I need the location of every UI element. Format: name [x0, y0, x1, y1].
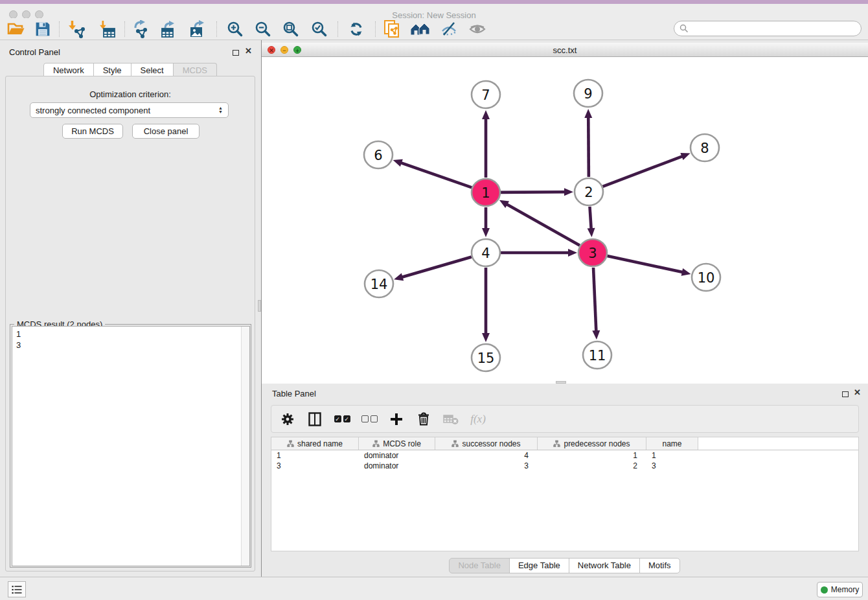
column-header-successor-nodes[interactable]: successor nodes — [435, 437, 538, 450]
show-graphics-details-icon[interactable] — [466, 20, 488, 38]
task-history-button[interactable] — [8, 581, 26, 597]
tab-network-table[interactable]: Network Table — [569, 558, 640, 573]
export-network-icon[interactable] — [131, 20, 153, 38]
graph-node-label: 14 — [371, 277, 388, 292]
graph-node-label: 2 — [584, 185, 593, 200]
hide-graphics-details-icon[interactable] — [438, 20, 460, 38]
network-window: ✕ − ＋ scc.txt 7968124314101511 — [262, 40, 868, 384]
close-panel-button[interactable]: Close panel — [132, 124, 200, 139]
graph-edge-arrow — [393, 159, 403, 167]
export-image-icon[interactable] — [187, 20, 209, 38]
tab-motifs[interactable]: Motifs — [639, 558, 680, 573]
graph-node-label: 1 — [481, 185, 490, 201]
graph-edge-arrow — [592, 330, 600, 340]
result-line: 3 — [16, 340, 246, 351]
graph-edge-1-6[interactable] — [400, 163, 472, 188]
network-canvas[interactable]: 7968124314101511 — [262, 57, 868, 384]
cell-MCDS-role: dominator — [359, 461, 435, 471]
criterion-value: strongly connected component — [36, 106, 150, 115]
export-table-icon[interactable] — [159, 20, 181, 38]
close-panel-icon[interactable]: ✕ — [245, 48, 252, 54]
select-all-icon[interactable]: ✓✓ — [334, 411, 350, 428]
graph-node-label: 15 — [477, 351, 495, 366]
delete-table-icon[interactable] — [442, 411, 459, 428]
graph-edge-arrow — [681, 268, 691, 276]
toolbar-separator — [337, 21, 338, 37]
cell-successor-nodes: 4 — [435, 450, 538, 461]
cell-predecessor-nodes: 1 — [538, 450, 646, 461]
mcds-result-textarea[interactable]: 13 — [12, 326, 250, 566]
tab-node-table[interactable]: Node Table — [449, 558, 510, 573]
cell-name: 1 — [646, 450, 698, 461]
run-mcds-button[interactable]: Run MCDS — [62, 124, 123, 139]
cell-successor-nodes: 3 — [435, 461, 538, 471]
zoom-selected-icon[interactable] — [308, 20, 330, 38]
result-scrollbar[interactable] — [241, 327, 249, 566]
status-bar: Memory — [0, 577, 868, 600]
cell-predecessor-nodes: 2 — [538, 461, 646, 471]
close-table-panel-icon[interactable]: ✕ — [854, 389, 861, 396]
zoom-in-icon[interactable] — [224, 20, 246, 38]
graph-edge-4-14[interactable] — [402, 257, 472, 277]
table-row[interactable]: 1dominator411 — [271, 450, 858, 461]
table-toolbar: ✓✓ f(x) — [271, 405, 859, 433]
graph-edge-2-3[interactable] — [589, 207, 591, 229]
cell-shared-name: 3 — [271, 461, 359, 471]
criterion-dropdown[interactable]: strongly connected component ▲▼ — [30, 102, 229, 118]
open-session-icon[interactable] — [5, 20, 27, 38]
memory-button[interactable]: Memory — [817, 582, 863, 597]
toolbar-separator — [124, 21, 125, 37]
format-columns-icon[interactable] — [306, 411, 323, 428]
function-builder-icon[interactable]: f(x) — [470, 411, 486, 428]
vertical-splitter-grip[interactable] — [258, 300, 261, 312]
new-network-from-selection-icon[interactable] — [382, 20, 404, 38]
zoom-out-icon[interactable] — [252, 20, 274, 38]
float-table-panel-icon[interactable] — [842, 389, 849, 399]
graph-edge-arrow — [482, 228, 490, 237]
column-header-MCDS-role[interactable]: MCDS role — [359, 437, 435, 450]
column-header-name[interactable]: name — [646, 437, 698, 450]
toolbar-separator — [59, 21, 60, 37]
graph-node-label: 3 — [588, 246, 597, 261]
memory-label: Memory — [831, 585, 859, 594]
zoom-fit-icon[interactable] — [280, 20, 302, 38]
table-rows: 1dominator4113dominator323 — [271, 450, 858, 471]
graph-edge-arrow — [680, 153, 690, 160]
network-graph: 7968124314101511 — [262, 57, 868, 384]
main-toolbar — [0, 18, 868, 40]
graph-node-label: 7 — [481, 87, 490, 103]
cell-MCDS-role: dominator — [359, 450, 435, 461]
import-network-icon[interactable] — [65, 20, 87, 38]
graph-edge-1-2[interactable] — [501, 192, 565, 192]
graph-edge-2-9[interactable] — [588, 117, 589, 177]
column-header-predecessor-nodes[interactable]: predecessor nodes — [538, 437, 646, 450]
graph-edge-3-10[interactable] — [607, 256, 683, 272]
graph-node-label: 6 — [374, 148, 382, 163]
graph-edge-3-11[interactable] — [593, 268, 596, 332]
graph-edge-arrow — [588, 228, 595, 237]
float-panel-icon[interactable] — [233, 48, 239, 58]
show-all-networks-icon[interactable] — [409, 20, 431, 38]
node-table: shared nameMCDS rolesuccessor nodesprede… — [271, 437, 859, 551]
control-panel-title: Control Panel — [9, 47, 60, 57]
add-column-icon[interactable] — [388, 411, 405, 428]
graph-edge-2-8[interactable] — [603, 156, 683, 187]
graph-edge-arrow — [584, 109, 592, 118]
tab-edge-table[interactable]: Edge Table — [509, 558, 569, 573]
toolbar-separator — [216, 21, 217, 37]
search-input[interactable] — [674, 21, 862, 36]
network-window-titlebar[interactable]: ✕ − ＋ scc.txt — [262, 43, 868, 57]
save-session-icon[interactable] — [32, 20, 54, 38]
refresh-icon[interactable] — [345, 20, 367, 38]
deselect-all-icon[interactable] — [361, 411, 378, 428]
import-table-icon[interactable] — [96, 20, 118, 38]
graph-edge-3-1[interactable] — [506, 204, 580, 246]
table-options-icon[interactable] — [279, 411, 296, 428]
graph-edge-arrow — [482, 110, 490, 119]
table-row[interactable]: 3dominator323 — [271, 461, 858, 471]
list-icon — [12, 585, 22, 594]
graph-node-label: 11 — [589, 348, 606, 363]
search-icon — [680, 24, 689, 33]
column-header-shared-name[interactable]: shared name — [271, 437, 359, 450]
delete-column-icon[interactable] — [415, 411, 432, 428]
